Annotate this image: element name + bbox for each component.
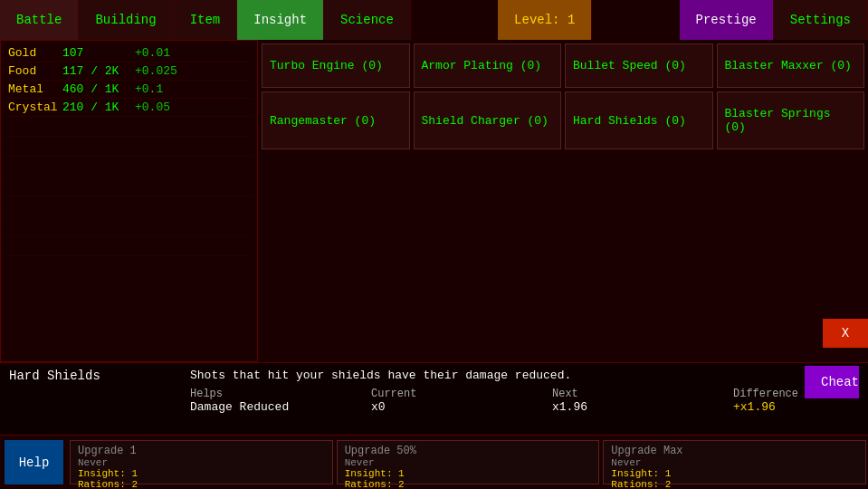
action-2-sub: Never — [345, 457, 592, 468]
action-1-label[interactable]: Upgrade 1 — [78, 445, 325, 457]
help-button[interactable]: Help — [5, 440, 63, 484]
x-button[interactable]: X — [823, 319, 868, 348]
upgrade-rangemaster[interactable]: Rangemaster (0) — [262, 91, 410, 149]
gold-label: Gold — [8, 46, 62, 60]
col-current: Current — [371, 388, 552, 400]
action-panel: Help Upgrade 1 Never Insight: 1 Rations:… — [0, 435, 868, 489]
action-3-sub: Never — [611, 457, 858, 468]
crystal-value: 210 / 1K — [62, 101, 135, 114]
upgrade-blaster-springs[interactable]: Blaster Springs (0) — [717, 91, 865, 149]
nav-tab-building[interactable]: Building — [79, 0, 173, 40]
action-1-insight: Insight: 1 — [78, 468, 325, 479]
prestige-button[interactable]: Prestige — [680, 0, 774, 40]
empty-row-3 — [5, 157, 253, 177]
metal-value: 460 / 1K — [62, 82, 135, 96]
metal-label: Metal — [8, 82, 62, 96]
nav-tab-battle[interactable]: Battle — [0, 0, 79, 40]
resource-crystal: Crystal 210 / 1K +0.05 — [5, 99, 253, 117]
level-indicator: Level: 1 — [498, 0, 592, 40]
action-3-costs: Insight: 1 Rations: 2 Circuits: 6 — [611, 468, 858, 489]
action-3-rations: Rations: 2 — [611, 479, 858, 489]
metal-rate: +0.1 — [135, 82, 198, 96]
col-helps: Helps — [190, 388, 371, 400]
nav-tab-insight[interactable]: Insight — [237, 0, 324, 40]
empty-row-1 — [5, 117, 253, 137]
info-description: Shots that hit your shields have their d… — [190, 369, 868, 382]
main-layout: Gold 107 +0.01 Food 117 / 2K +0.025 Meta… — [0, 40, 868, 362]
col-next: Next — [552, 388, 733, 400]
empty-row-5 — [5, 197, 253, 216]
nav-tab-item[interactable]: Item — [174, 0, 238, 40]
resource-food: Food 117 / 2K +0.025 — [5, 62, 253, 81]
food-label: Food — [8, 64, 62, 78]
action-upgrade-1: Upgrade 1 Never Insight: 1 Rations: 2 Ci… — [70, 440, 333, 484]
action-2-rations: Rations: 2 — [345, 479, 592, 489]
row-damage-label: Damage Reduced — [190, 400, 371, 414]
row-damage-diff: +x1.96 — [733, 400, 868, 414]
action-3-insight: Insight: 1 — [611, 468, 858, 479]
upgrade-armor-plating[interactable]: Armor Plating (0) — [414, 43, 562, 88]
upgrade-hard-shields[interactable]: Hard Shields (0) — [565, 91, 713, 149]
action-2-insight: Insight: 1 — [345, 468, 592, 479]
action-1-sub: Never — [78, 457, 325, 468]
upgrade-shield-charger[interactable]: Shield Charger (0) — [414, 91, 562, 149]
action-1-rations: Rations: 2 — [78, 479, 325, 489]
cheat-button[interactable]: Cheat — [805, 366, 859, 398]
empty-row-4 — [5, 177, 253, 197]
upgrade-grid: Turbo Engine (0) Armor Plating (0) Bulle… — [258, 40, 868, 362]
resource-gold: Gold 107 +0.01 — [5, 44, 253, 62]
crystal-rate: +0.05 — [135, 101, 198, 114]
food-rate: +0.025 — [135, 64, 198, 78]
info-panel: Hard Shields Shots that hit your shields… — [0, 362, 868, 435]
crystal-label: Crystal — [8, 101, 62, 114]
empty-row-6 — [5, 216, 253, 236]
empty-row-7 — [5, 236, 253, 256]
gold-rate: +0.01 — [135, 46, 198, 60]
upgrade-bullet-speed[interactable]: Bullet Speed (0) — [565, 43, 713, 88]
resource-metal: Metal 460 / 1K +0.1 — [5, 81, 253, 99]
upgrade-turbo-engine[interactable]: Turbo Engine (0) — [262, 43, 410, 88]
settings-button[interactable]: Settings — [774, 0, 868, 40]
action-2-costs: Insight: 1 Rations: 2 Circuits: 6 — [345, 468, 592, 489]
nav-tab-science[interactable]: Science — [324, 0, 411, 40]
action-upgrade-max: Upgrade Max Never Insight: 1 Rations: 2 … — [603, 440, 866, 484]
upgrade-blaster-maxxer[interactable]: Blaster Maxxer (0) — [717, 43, 865, 88]
empty-row-2 — [5, 137, 253, 157]
action-2-label[interactable]: Upgrade 50% — [345, 445, 592, 457]
action-upgrade-50: Upgrade 50% Never Insight: 1 Rations: 2 … — [337, 440, 600, 484]
row-damage-next: x1.96 — [552, 400, 733, 414]
gold-value: 107 — [62, 46, 135, 60]
info-title: Hard Shields — [9, 369, 154, 383]
food-value: 117 / 2K — [62, 64, 135, 78]
top-nav: Battle Building Item Insight Science Lev… — [0, 0, 868, 40]
action-1-costs: Insight: 1 Rations: 2 Circuits: 6 — [78, 468, 325, 489]
info-table: Helps Current Next Difference Damage Red… — [190, 388, 868, 414]
action-3-label[interactable]: Upgrade Max — [611, 445, 858, 457]
row-damage-current: x0 — [371, 400, 552, 414]
resource-panel: Gold 107 +0.01 Food 117 / 2K +0.025 Meta… — [0, 40, 258, 362]
